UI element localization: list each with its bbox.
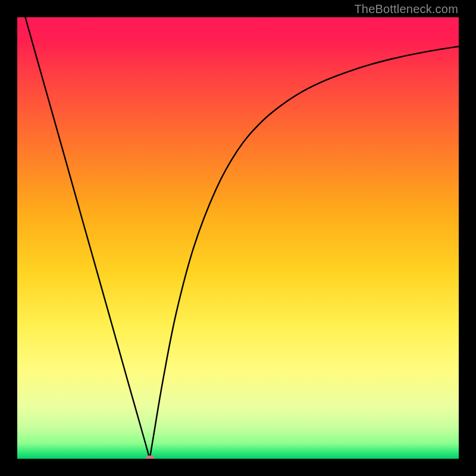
bottleneck-curve xyxy=(17,17,459,459)
optimum-marker xyxy=(145,456,154,459)
watermark-text: TheBottleneck.com xyxy=(354,2,458,16)
plot-area xyxy=(17,17,459,459)
chart-frame: TheBottleneck.com xyxy=(0,0,476,476)
